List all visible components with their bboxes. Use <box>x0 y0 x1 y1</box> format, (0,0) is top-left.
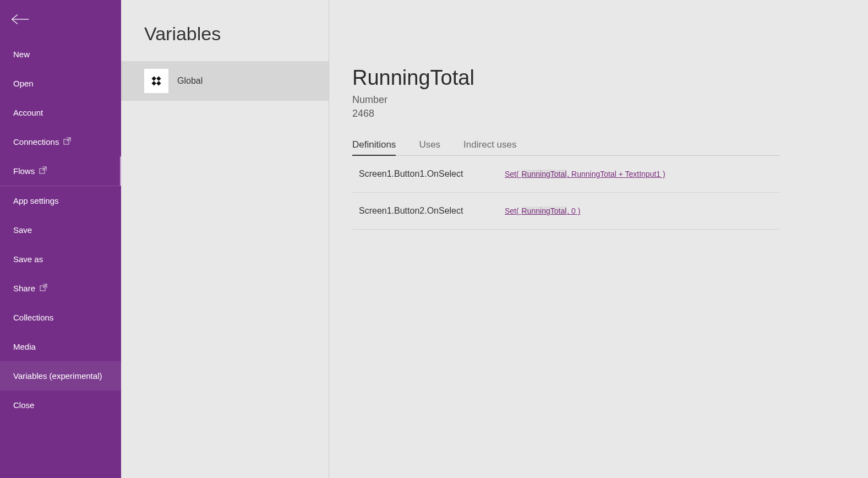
variable-tabs: Definitions Uses Indirect uses <box>352 139 780 156</box>
nav-label: App settings <box>13 196 59 205</box>
nav-app-settings[interactable]: App settings <box>0 186 121 215</box>
definition-row: Screen1.Button2.OnSelect Set( RunningTot… <box>352 193 780 230</box>
formula-text: Set( <box>505 207 521 215</box>
file-menu-sidebar: New Open Account Connections Flows App s… <box>0 0 121 478</box>
back-button[interactable] <box>0 7 121 40</box>
nav-label: Open <box>13 79 34 88</box>
scope-global[interactable]: Global <box>121 61 329 101</box>
nav-variables[interactable]: Variables (experimental) <box>0 361 121 390</box>
formula-highlight: RunningTotal <box>521 207 567 215</box>
nav-label: Flows <box>13 166 35 176</box>
formula-text: Set( <box>505 170 521 178</box>
formula-text: , RunningTotal + TextInput1 ) <box>567 170 665 178</box>
tab-indirect-uses[interactable]: Indirect uses <box>463 139 516 155</box>
scope-icon-box <box>144 69 168 93</box>
nav-label: New <box>13 50 30 59</box>
nav-new[interactable]: New <box>0 40 121 69</box>
arrow-left-icon <box>11 12 30 26</box>
definition-formula-link[interactable]: Set( RunningTotal, RunningTotal + TextIn… <box>505 170 665 178</box>
variable-type: Number <box>352 93 780 107</box>
formula-highlight: RunningTotal <box>521 170 567 178</box>
scope-label: Global <box>177 76 203 86</box>
variable-name: RunningTotal <box>352 66 780 90</box>
definition-row: Screen1.Button1.OnSelect Set( RunningTot… <box>352 156 780 193</box>
nav-label: Collections <box>13 313 53 322</box>
definition-path: Screen1.Button1.OnSelect <box>359 169 505 179</box>
nav-connections[interactable]: Connections <box>0 127 121 156</box>
formula-text: , 0 ) <box>567 207 580 215</box>
nav-label: Media <box>13 342 36 351</box>
tab-uses[interactable]: Uses <box>419 139 440 155</box>
nav-label: Variables (experimental) <box>13 371 102 381</box>
nav-flows[interactable]: Flows <box>0 156 121 186</box>
nav-label: Connections <box>13 137 59 146</box>
definition-path: Screen1.Button2.OnSelect <box>359 206 505 216</box>
external-link-icon <box>63 137 71 146</box>
nav-account[interactable]: Account <box>0 98 121 127</box>
nav-label: Save <box>13 225 32 235</box>
nav-save[interactable]: Save <box>0 215 121 245</box>
global-variable-icon <box>150 74 163 88</box>
tab-definitions[interactable]: Definitions <box>352 139 396 156</box>
nav-label: Account <box>13 108 43 117</box>
nav-label: Save as <box>13 254 43 264</box>
panel-title: Variables <box>121 0 329 61</box>
nav-save-as[interactable]: Save as <box>0 245 121 274</box>
nav-close[interactable]: Close <box>0 390 121 420</box>
nav-open[interactable]: Open <box>0 69 121 98</box>
nav-label: Share <box>13 284 35 293</box>
nav-collections[interactable]: Collections <box>0 303 121 332</box>
variable-value: 2468 <box>352 107 780 121</box>
nav-media[interactable]: Media <box>0 332 121 361</box>
variable-detail-panel: RunningTotal Number 2468 Definitions Use… <box>329 0 868 478</box>
external-link-icon <box>39 166 47 176</box>
variables-scope-panel: Variables Global <box>121 0 329 478</box>
external-link-icon <box>40 284 47 293</box>
nav-share[interactable]: Share <box>0 274 121 303</box>
definition-formula-link[interactable]: Set( RunningTotal, 0 ) <box>505 207 580 215</box>
nav-label: Close <box>13 400 34 410</box>
